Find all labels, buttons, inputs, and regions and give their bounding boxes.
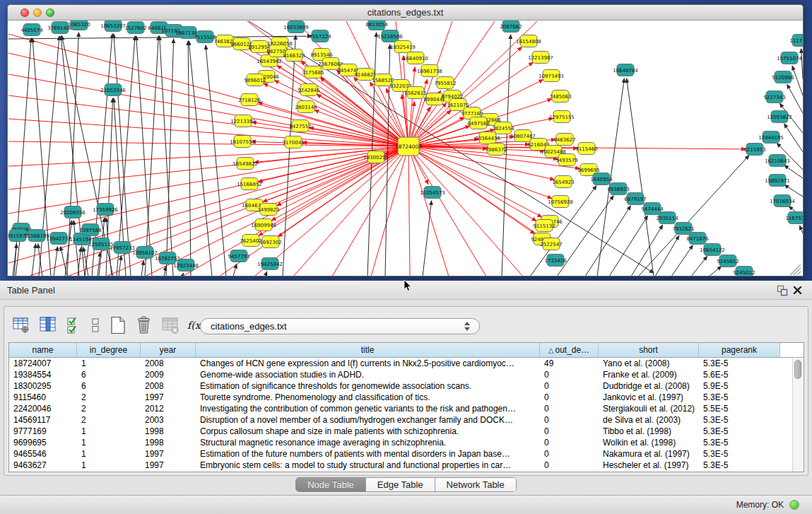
tab-node-table[interactable]: Node Table <box>296 478 366 492</box>
graph-node-label: 16549822 <box>233 161 258 167</box>
close-panel-icon[interactable] <box>792 285 804 296</box>
graph-edge[interactable] <box>585 206 630 276</box>
create-column-button[interactable] <box>105 315 131 336</box>
graph-edge[interactable] <box>114 34 131 276</box>
tab-network-table[interactable]: Network Table <box>435 478 516 492</box>
graph-node-label: 1733426 <box>544 258 567 264</box>
table-row[interactable]: 1872400712008Changes of HCN gene express… <box>9 358 804 369</box>
graph-edge[interactable] <box>54 247 57 276</box>
graph-edge[interactable] <box>691 256 707 276</box>
graph-edge[interactable] <box>709 267 722 276</box>
graph-node-label: 18325419 <box>390 45 416 50</box>
graph-edge[interactable] <box>38 244 42 276</box>
vertical-scrollbar[interactable] <box>792 358 803 472</box>
cell-title: Changes of HCN gene expression and I(f) … <box>196 358 540 369</box>
graph-edge[interactable] <box>160 36 173 276</box>
graph-edge[interactable] <box>73 221 79 276</box>
graph-edge[interactable] <box>408 146 410 276</box>
scrollbar-thumb[interactable] <box>794 360 801 379</box>
network-window-titlebar[interactable]: citations_edges.txt <box>8 5 803 21</box>
graph-edge[interactable] <box>277 146 408 206</box>
graph-edge[interactable] <box>265 271 267 276</box>
graph-edge[interactable] <box>408 146 486 276</box>
cell-title: Tourette syndrome. Phenomenology and cla… <box>196 392 540 403</box>
table-row[interactable]: 969969511998Structural magnetic resonanc… <box>9 437 804 448</box>
row-options-button[interactable] <box>86 315 105 336</box>
graph-edge[interactable] <box>278 146 408 237</box>
graph-edge[interactable] <box>119 256 122 276</box>
delete-columns-button[interactable] <box>131 315 157 336</box>
selection-mode-button[interactable] <box>62 315 86 336</box>
graph-edge[interactable] <box>32 244 36 276</box>
table-row[interactable]: 946362711997Embryonic stem cells: a mode… <box>9 460 804 471</box>
graph-edge[interactable] <box>671 245 693 276</box>
cell-pagerank: 5.9E-5 <box>699 380 780 392</box>
graph-edge[interactable] <box>141 261 143 276</box>
float-panel-icon[interactable] <box>777 285 788 296</box>
graph-edge[interactable] <box>117 36 135 276</box>
graph-node-label: 15354573 <box>420 190 445 196</box>
graph-node-label: 12923448 <box>173 263 199 269</box>
graph-edge[interactable] <box>332 146 408 276</box>
column-header-year[interactable]: year <box>141 343 196 357</box>
graph-edge[interactable] <box>801 49 803 79</box>
column-header-name[interactable]: name <box>9 343 77 357</box>
graph-node-label: 18300295 <box>363 155 389 160</box>
table-row[interactable]: 1830029562008Estimation of significance … <box>9 380 804 392</box>
table-row[interactable]: 2242004622012Investigating the contribut… <box>9 403 804 414</box>
table-settings-button[interactable] <box>8 315 34 336</box>
column-header-in_degree[interactable]: in_degree <box>77 343 141 357</box>
graph-edge[interactable] <box>800 226 803 233</box>
cell-year: 1998 <box>141 426 196 437</box>
graph-edge[interactable] <box>408 146 542 217</box>
table-row[interactable]: 1456911722003Disruption of a novel membe… <box>9 414 804 426</box>
graph-edge[interactable] <box>408 146 449 276</box>
graph-node-label: 16961758 <box>417 69 442 74</box>
graph-node-label: 10653207 <box>100 23 126 29</box>
canvas-resize-grip[interactable] <box>790 264 801 275</box>
graph-edge[interactable] <box>182 273 183 276</box>
graph-edge[interactable] <box>371 146 408 276</box>
cell-title: Corpus callosum shape and size in male p… <box>196 426 540 437</box>
network-canvas[interactable]: 4405574376914061065320106532071527602646… <box>8 21 803 276</box>
graph-edge[interactable] <box>8 34 408 146</box>
graph-node-label: 19425042 <box>257 262 283 267</box>
cell-out_degree: 0 <box>540 460 599 471</box>
graph-edge[interactable] <box>61 247 67 276</box>
cell-name: 19384554 <box>9 369 77 380</box>
graph-edge[interactable] <box>166 39 174 276</box>
graph-edge[interactable] <box>259 146 408 182</box>
table-panel: Table Panel <box>0 281 812 495</box>
cell-title: Structural magnetic resonance image aver… <box>196 437 540 448</box>
table-row[interactable]: 1938455462009Genome-wide association stu… <box>9 369 804 380</box>
column-header-short[interactable]: short <box>599 343 699 357</box>
graph-edge[interactable] <box>784 124 803 152</box>
select-columns-button[interactable] <box>34 315 62 336</box>
cell-year: 2008 <box>141 358 196 369</box>
table-row[interactable]: 977716911998Corpus callosum shape and si… <box>9 426 804 437</box>
graph-edge[interactable] <box>631 225 663 276</box>
column-header-out_degree[interactable]: △out_de… <box>540 343 599 357</box>
tab-edge-table[interactable]: Edge Table <box>366 478 435 492</box>
graph-edge[interactable] <box>792 66 803 95</box>
table-row[interactable]: 946554611997Estimation of the future num… <box>9 448 804 460</box>
graph-edge[interactable] <box>164 267 166 276</box>
graph-edge[interactable] <box>655 235 679 276</box>
graph-edge[interactable] <box>609 216 648 276</box>
graph-edge[interactable] <box>408 146 554 180</box>
column-header-title[interactable]: title <box>196 343 540 357</box>
graph-edge[interactable] <box>8 95 408 146</box>
graph-edge[interactable] <box>283 35 295 276</box>
table-selector-dropdown[interactable]: citations_edges.txt <box>200 318 480 334</box>
table-row[interactable]: 911546021997Tourette syndrome. Phenomeno… <box>9 392 804 403</box>
graph-edge[interactable] <box>423 201 432 276</box>
graph-edge[interactable] <box>317 94 408 146</box>
graph-edge[interactable] <box>145 36 158 276</box>
graph-node-label: 9245012 <box>733 270 755 276</box>
graph-edge[interactable] <box>65 221 72 276</box>
column-header-pagerank[interactable]: pagerank <box>699 343 780 357</box>
graph-node-label: 10958107 <box>132 250 158 256</box>
graph-edge[interactable] <box>252 122 408 146</box>
graph-node-label: 8166323 <box>283 53 305 59</box>
graph-edge[interactable] <box>8 36 312 39</box>
